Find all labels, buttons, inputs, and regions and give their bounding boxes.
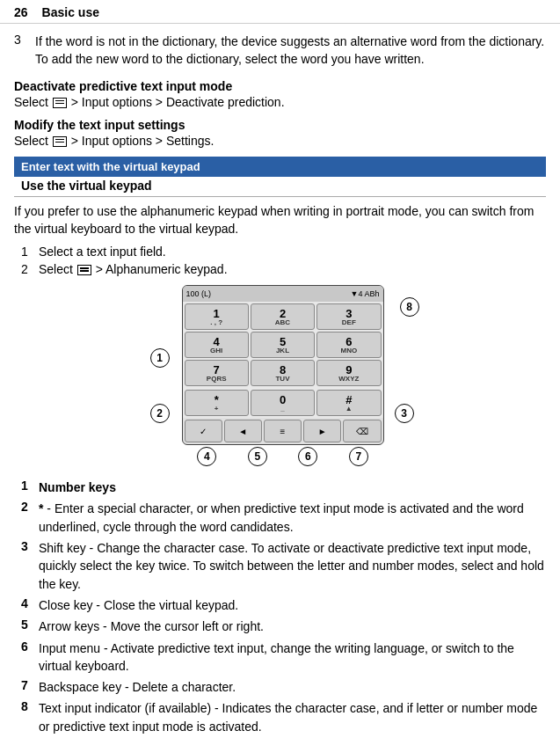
page-header: 26 Basic use xyxy=(0,0,560,24)
key-star-main: * xyxy=(215,394,219,406)
key-star[interactable]: * + xyxy=(185,390,249,416)
key-hash-sub: ▲ xyxy=(345,406,353,413)
page: 26 Basic use 3 If the word is not in the… xyxy=(0,0,560,738)
key-7-main: 7 xyxy=(214,364,220,376)
step-text-1: Select a text input field. xyxy=(39,245,166,259)
select-label-step2: Select xyxy=(39,262,73,276)
def-num-4: 4 xyxy=(21,596,39,614)
nav-menu[interactable]: ≡ xyxy=(264,420,302,442)
status-left: 100 (L) xyxy=(186,289,212,298)
key-star-sub: + xyxy=(215,406,219,413)
def-num-8: 8 xyxy=(21,699,39,735)
key-4-main: 4 xyxy=(214,336,220,347)
key-0[interactable]: 0 _ xyxy=(251,390,315,416)
nav-backspace[interactable]: ⌫ xyxy=(343,420,381,442)
status-right: ▼4 ABh xyxy=(351,289,380,298)
keypad-wrapper: 1 2 3 8 100 (L) xyxy=(140,285,421,466)
modify-path: > Input options > Settings. xyxy=(71,134,215,148)
modify-heading: Modify the text input settings xyxy=(14,118,546,132)
def-item-1: 1 Number keys xyxy=(14,479,546,496)
def-text-1: Number keys xyxy=(39,479,116,496)
def-num-5: 5 xyxy=(21,617,39,635)
modify-section: Modify the text input settings Select > … xyxy=(14,118,546,148)
key-8[interactable]: 8 TUV xyxy=(251,360,315,386)
key-grid: 1 . , ? 2 ABC 3 DEF 4 GH xyxy=(183,302,383,388)
def-item-4: 4 Close key - Close the virtual keypad. xyxy=(14,596,546,614)
key-9[interactable]: 9 WXYZ xyxy=(316,360,381,386)
nav-row: ✓ ◄ ≡ ► ⌫ xyxy=(183,418,383,444)
key-2-sub: ABC xyxy=(275,319,290,326)
menu-icon-modify xyxy=(53,136,67,147)
key-0-main: 0 xyxy=(280,394,286,406)
def-num-6: 6 xyxy=(21,639,39,676)
callout-1: 1 xyxy=(150,348,170,368)
key-3-main: 3 xyxy=(345,308,352,319)
bottom-callouts: 4 5 6 7 xyxy=(182,447,384,466)
def-text-7: Backspace key - Delete a character. xyxy=(39,678,236,696)
callout-2: 2 xyxy=(150,404,170,423)
key-6-sub: MNO xyxy=(340,347,357,354)
key-8-main: 8 xyxy=(280,364,286,376)
key-8-sub: TUV xyxy=(275,376,289,383)
callout-8: 8 xyxy=(400,297,419,317)
def-item-7: 7 Backspace key - Delete a character. xyxy=(14,678,546,696)
key-2-main: 2 xyxy=(280,308,286,319)
key-hash[interactable]: # ▲ xyxy=(316,390,381,416)
deactivate-heading: Deactivate predictive text input mode xyxy=(14,79,546,93)
para-item-3: 3 If the word is not in the dictionary, … xyxy=(14,33,546,69)
nav-left[interactable]: ◄ xyxy=(224,420,262,442)
page-title: Basic use xyxy=(42,5,99,19)
keypad-area: 1 2 3 8 100 (L) xyxy=(14,285,546,466)
step2-path: > Alphanumeric keypad. xyxy=(96,262,228,276)
def-text-4: Close key - Close the virtual keypad. xyxy=(39,596,238,614)
nav-check[interactable]: ✓ xyxy=(185,420,222,442)
callout-7: 7 xyxy=(349,447,368,466)
menu-icon-step2 xyxy=(77,265,91,275)
step-text-2: Select > Alphanumeric keypad. xyxy=(39,262,228,276)
def-text-5: Arrow keys - Move the cursor left or rig… xyxy=(39,617,264,635)
def-num-3: 3 xyxy=(21,539,39,593)
def-text-6: Input menu - Activate predictive text in… xyxy=(39,639,546,676)
select-label-modify: Select xyxy=(14,134,48,148)
key-7[interactable]: 7 PQRS xyxy=(185,360,249,386)
para-num-3: 3 xyxy=(14,33,35,69)
key-6[interactable]: 6 MNO xyxy=(316,332,381,358)
key-3-sub: DEF xyxy=(342,319,356,326)
def-num-7: 7 xyxy=(21,678,39,696)
key-1-main: 1 xyxy=(214,308,220,319)
page-number: 26 xyxy=(14,5,28,19)
def-text-3: Shift key - Change the character case. T… xyxy=(39,539,546,593)
def-bold-1: Number keys xyxy=(39,480,116,494)
key-2[interactable]: 2 ABC xyxy=(251,303,315,330)
select-label-deactivate: Select xyxy=(14,95,48,109)
key-row-bottom: * + 0 _ # ▲ xyxy=(183,388,383,418)
callout-3: 3 xyxy=(395,404,414,423)
key-5[interactable]: 5 JKL xyxy=(251,332,315,358)
para-text-3: If the word is not in the dictionary, th… xyxy=(35,33,546,69)
def-item-6: 6 Input menu - Activate predictive text … xyxy=(14,639,546,676)
virtual-keypad-desc: If you prefer to use the alphanumeric ke… xyxy=(14,202,546,238)
key-4-sub: GHI xyxy=(210,347,222,354)
key-hash-main: # xyxy=(345,394,352,406)
def-text-8: Text input indicator (if available) - In… xyxy=(39,699,546,735)
modify-line: Select > Input options > Settings. xyxy=(14,134,546,148)
def-num-1: 1 xyxy=(21,479,39,496)
key-9-main: 9 xyxy=(345,364,352,376)
key-1[interactable]: 1 . , ? xyxy=(185,303,249,330)
step-2: 2 Select > Alphanumeric keypad. xyxy=(14,262,546,276)
step-num-2: 2 xyxy=(21,262,39,276)
step-1: 1 Select a text input field. xyxy=(14,245,546,259)
definitions-list: 1 Number keys 2 * - Enter a special char… xyxy=(14,479,546,735)
key-9-sub: WXYZ xyxy=(338,376,359,383)
key-3[interactable]: 3 DEF xyxy=(316,303,381,330)
step-num-1: 1 xyxy=(21,245,39,259)
deactivate-path: > Input options > Deactivate prediction. xyxy=(71,95,285,109)
nav-right[interactable]: ► xyxy=(303,420,341,442)
def-num-2: 2 xyxy=(21,500,39,536)
key-5-main: 5 xyxy=(280,336,286,347)
key-4[interactable]: 4 GHI xyxy=(185,332,249,358)
def-item-8: 8 Text input indicator (if available) - … xyxy=(14,699,546,735)
key-6-main: 6 xyxy=(345,336,352,347)
callout-5: 5 xyxy=(248,447,267,466)
def-item-2: 2 * - Enter a special character, or when… xyxy=(14,500,546,536)
